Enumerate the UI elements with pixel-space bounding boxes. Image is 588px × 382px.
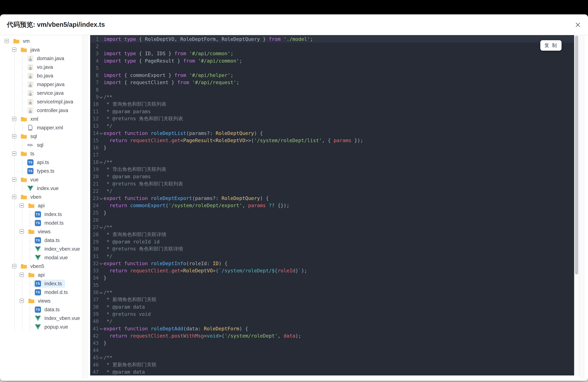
tree-item-model-ts[interactable]: TSmodel.ts [0, 219, 83, 227]
code-line-29: 29 * @param roleId id [90, 238, 574, 245]
tree-guide-line [22, 245, 22, 253]
code-scrollbar-thumb[interactable] [575, 36, 578, 275]
tree-item-vue[interactable]: vue [0, 175, 83, 184]
fold-icon[interactable] [99, 356, 104, 359]
collapse-toggle[interactable] [12, 177, 16, 182]
tree-node[interactable]: vo.java [26, 63, 56, 71]
tree-scrollbar-track[interactable] [83, 35, 87, 379]
tree-node[interactable]: XML mapper.xml [26, 124, 66, 132]
dialog-scrollbar-track[interactable] [580, 35, 584, 379]
tree-node[interactable]: TStypes.ts [26, 167, 58, 175]
tree-node[interactable]: bo.java [26, 72, 57, 80]
tree-node[interactable]: TSapi.ts [26, 158, 52, 167]
tree-item-vben[interactable]: vben [0, 193, 83, 201]
fold-icon[interactable] [99, 161, 104, 163]
tree-item-sql[interactable]: SQLsql [0, 141, 83, 149]
collapse-toggle[interactable] [5, 39, 9, 43]
tree-item-views[interactable]: views [0, 297, 83, 305]
fold-icon[interactable] [99, 291, 104, 294]
collapse-toggle[interactable] [20, 273, 24, 277]
close-button[interactable] [574, 21, 582, 28]
tree-item-api-ts[interactable]: TSapi.ts [0, 158, 83, 167]
tree-node[interactable]: mapper.java [26, 80, 68, 88]
tree-item-index-vben-vue[interactable]: index_vben.vue [0, 245, 83, 253]
tree-node[interactable]: views [27, 228, 54, 236]
tree-item-modal-vue[interactable]: modal.vue [0, 253, 83, 262]
tree-item-data-ts[interactable]: TSdata.ts [0, 236, 83, 245]
fold-icon[interactable] [99, 262, 104, 265]
tree-item-mapper-xml[interactable]: XML mapper.xml [0, 123, 83, 132]
tree-item-label: index.ts [44, 212, 62, 217]
tree-item-serviceimpl-java[interactable]: serviceImpl.java [0, 97, 83, 106]
tree-node[interactable]: service.java [26, 89, 67, 97]
fold-icon[interactable] [99, 197, 104, 199]
tree-node[interactable]: TSmodel.ts [33, 219, 67, 227]
tree-item-api[interactable]: api [0, 201, 83, 210]
fold-icon[interactable] [99, 327, 104, 330]
tree-item-types-ts[interactable]: TStypes.ts [0, 167, 83, 175]
collapse-toggle[interactable] [12, 151, 16, 156]
tree-node[interactable]: xml [19, 115, 42, 123]
tree-node[interactable]: vben5 [19, 262, 47, 270]
tree-node[interactable]: sql [19, 132, 40, 141]
tree-item-api[interactable]: api [0, 271, 83, 279]
tree-node[interactable]: vue [19, 176, 42, 184]
fold-icon[interactable] [99, 96, 104, 98]
tree-item-vo-java[interactable]: vo.java [0, 63, 83, 71]
tree-item-xml[interactable]: xml [0, 115, 83, 123]
tree-node[interactable]: index_vben.vue [33, 314, 83, 322]
tree-item-domain-java[interactable]: domain.java [0, 54, 83, 63]
tree-item-ts[interactable]: ts [0, 149, 83, 158]
tree-node[interactable]: SQLsql [26, 141, 47, 149]
tree-item-data-ts[interactable]: TSdata.ts [0, 305, 83, 314]
collapse-toggle[interactable] [20, 299, 24, 303]
tree-node[interactable]: controller.java [26, 106, 71, 115]
tree-item-mapper-java[interactable]: mapper.java [0, 80, 83, 89]
tree-item-index-ts[interactable]: TSindex.ts [0, 279, 83, 288]
fold-icon[interactable] [99, 226, 104, 228]
tree-item-service-java[interactable]: service.java [0, 89, 83, 97]
collapse-toggle[interactable] [12, 117, 16, 121]
tree-item-index-vben-vue[interactable]: index_vben.vue [0, 314, 83, 322]
tree-item-index-vue[interactable]: index.vue [0, 184, 83, 193]
collapse-toggle[interactable] [20, 203, 24, 208]
tree-node[interactable]: serviceImpl.java [26, 98, 76, 106]
tree-node[interactable]: TSdata.ts [33, 236, 63, 244]
tree-node[interactable]: TSmodel.d.ts [33, 288, 71, 297]
code-text: * 导出角色和部门关联列表 [104, 166, 166, 173]
collapse-toggle[interactable] [12, 134, 16, 138]
code-line-16: 16} [90, 144, 574, 151]
tree-item-bo-java[interactable]: bo.java [0, 71, 83, 80]
tree-item-vm[interactable]: vm [0, 37, 83, 45]
tree-node[interactable]: TSdata.ts [33, 306, 63, 314]
tree-node[interactable]: popup.vue [33, 323, 71, 331]
tree-item-controller-java[interactable]: controller.java [0, 106, 83, 115]
tree-item-model-d-ts[interactable]: TSmodel.d.ts [0, 288, 83, 297]
tree-node[interactable]: index_vben.vue [33, 245, 83, 253]
collapse-toggle[interactable] [12, 264, 16, 268]
folder-icon [21, 46, 27, 53]
fold-icon[interactable] [99, 132, 104, 134]
tree-node[interactable]: views [27, 297, 54, 305]
tree-item-popup-vue[interactable]: popup.vue [0, 322, 83, 331]
tree-item-views[interactable]: views [0, 227, 83, 236]
collapse-toggle[interactable] [12, 195, 16, 199]
copy-button[interactable]: 复 制 [540, 40, 562, 51]
tree-node[interactable]: java [19, 46, 43, 54]
tree-node[interactable]: domain.java [26, 54, 67, 63]
tree-item-sql[interactable]: sql [0, 132, 83, 141]
tree-item-java[interactable]: java [0, 45, 83, 54]
tree-item-vben5[interactable]: vben5 [0, 262, 83, 271]
tree-item-index-ts[interactable]: TSindex.ts [0, 210, 83, 219]
tree-node[interactable]: ts [19, 150, 38, 158]
tree-node[interactable]: modal.vue [33, 254, 71, 262]
collapse-toggle[interactable] [20, 229, 24, 234]
tree-node[interactable]: vben [19, 193, 44, 201]
tree-node[interactable]: TSindex.ts [33, 210, 65, 218]
tree-node[interactable]: vm [12, 37, 33, 45]
tree-node[interactable]: api [27, 271, 48, 279]
collapse-toggle[interactable] [12, 47, 16, 52]
tree-node-selected[interactable]: TSindex.ts [33, 279, 65, 288]
tree-node[interactable]: index.vue [26, 184, 62, 192]
tree-node[interactable]: api [27, 202, 48, 210]
